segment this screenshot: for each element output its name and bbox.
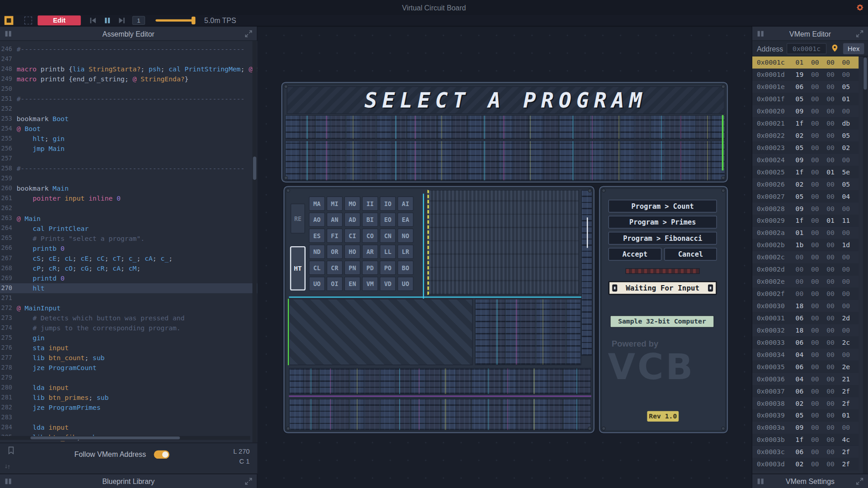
code-line-260[interactable]: 260bookmark Main: [0, 184, 257, 194]
vmem-row-0x0002e[interactable]: 0x0002e00000000: [752, 276, 859, 288]
code-line-252[interactable]: 252: [0, 104, 257, 114]
chip-mo[interactable]: MO: [344, 197, 361, 211]
program-button[interactable]: Program > Primes: [609, 216, 717, 229]
vmem-row-0x00031[interactable]: 0x000310600002d: [752, 312, 859, 324]
chip-vm[interactable]: VM: [362, 277, 378, 291]
code-line-272[interactable]: 272@ MainInput: [0, 303, 257, 313]
code-line-255[interactable]: 255 hlt; gin: [0, 134, 257, 144]
chip-re[interactable]: RE: [291, 204, 305, 234]
code-line-282[interactable]: 282 jze ProgramPrimes: [0, 403, 257, 413]
vmem-row-0x00029[interactable]: 0x000291f000111: [752, 215, 859, 227]
blueprint-library-header[interactable]: Blueprint Library: [0, 474, 257, 488]
code-line-258[interactable]: 258#------------------------------------…: [0, 164, 257, 174]
vmem-row-0x00032[interactable]: 0x0003218000000: [752, 324, 859, 337]
hex-mode-button[interactable]: Hex: [843, 43, 864, 54]
vmem-row-0x0001d[interactable]: 0x0001d19000000: [752, 69, 859, 81]
detach-panel-icon[interactable]: [855, 477, 864, 486]
vmem-row-0x0002c[interactable]: 0x0002c00000000: [752, 251, 859, 263]
code-line-261[interactable]: 261 pointer input inline 0: [0, 194, 257, 204]
pause-icon[interactable]: [103, 16, 112, 25]
chip-mi[interactable]: MI: [326, 197, 343, 211]
chip-ho[interactable]: HO: [344, 244, 361, 259]
code-line-275[interactable]: 275 gin: [0, 333, 257, 343]
vmem-row-0x00038[interactable]: 0x000380200002f: [752, 397, 859, 409]
chip-ci[interactable]: CI: [344, 229, 361, 243]
chip-po[interactable]: PO: [380, 261, 396, 275]
vmem-row-0x00027[interactable]: 0x0002705000004: [752, 190, 859, 202]
vmem-row-0x0002f[interactable]: 0x0002f00000000: [752, 288, 859, 300]
code-line-253[interactable]: 253bookmark Boot: [0, 114, 257, 124]
chip-an[interactable]: AN: [326, 212, 343, 227]
vmem-row-0x0003b[interactable]: 0x0003b1f00004c: [752, 434, 859, 446]
code-line-284[interactable]: 284 lda input: [0, 423, 257, 433]
code-line-271[interactable]: 271: [0, 293, 257, 303]
vmem-row-0x0003c[interactable]: 0x0003c0600002f: [752, 446, 859, 458]
code-line-250[interactable]: 250: [0, 84, 257, 94]
chip-co[interactable]: CO: [362, 229, 378, 243]
chip-eo[interactable]: EO: [380, 212, 396, 227]
vmem-row-0x0001f[interactable]: 0x0001f05000001: [752, 93, 859, 105]
vmem-scrollbar[interactable]: [863, 56, 868, 474]
chip-ht[interactable]: HT: [290, 246, 306, 291]
code-area[interactable]: 246#------------------------------------…: [0, 41, 257, 443]
chip-uo[interactable]: UO: [309, 277, 325, 291]
chip-oi[interactable]: OI: [326, 277, 343, 291]
code-line-283[interactable]: 283: [0, 413, 257, 422]
code-line-263[interactable]: 263@ Main: [0, 214, 257, 224]
chip-fi[interactable]: FI: [326, 229, 343, 243]
chip-ao[interactable]: AO: [309, 212, 325, 227]
code-line-248[interactable]: 248macro printb {lia StringStarta?; psh;…: [0, 64, 257, 74]
vmem-row-0x0003a[interactable]: 0x0003a09000000: [752, 422, 859, 434]
code-line-254[interactable]: 254@ Boot: [0, 124, 257, 134]
chip-bo[interactable]: BO: [397, 261, 414, 275]
code-line-276[interactable]: 276 sta input: [0, 343, 257, 353]
detach-panel-icon[interactable]: [244, 477, 253, 486]
detach-panel-icon[interactable]: [855, 29, 864, 38]
editor-horizontal-scrollbar[interactable]: [0, 436, 250, 440]
code-line-277[interactable]: 277 lib btn_count; sub: [0, 353, 257, 363]
tps-slider-handle[interactable]: [192, 17, 196, 24]
code-line-266[interactable]: 266 printb 0: [0, 244, 257, 253]
code-line-280[interactable]: 280 lda input: [0, 383, 257, 393]
vmem-row-0x00022[interactable]: 0x0002202000005: [752, 130, 859, 142]
chip-or[interactable]: OR: [326, 244, 343, 259]
code-line-278[interactable]: 278 jze ProgramCount: [0, 363, 257, 373]
chip-cr[interactable]: CR: [326, 261, 343, 275]
vmem-row-0x0001c[interactable]: 0x0001c01000000: [752, 56, 859, 69]
code-line-281[interactable]: 281 lib btn_primes; sub: [0, 393, 257, 403]
follow-vmem-toggle[interactable]: [154, 450, 169, 459]
sort-icon[interactable]: [4, 463, 11, 470]
vmem-row-0x0001e[interactable]: 0x0001e06000005: [752, 81, 859, 93]
code-line-268[interactable]: 268 cP; cR; cO; cG; cR; cA; cM;: [0, 263, 257, 273]
paste-tool-icon[interactable]: [24, 17, 32, 24]
location-pin-icon[interactable]: [830, 44, 840, 53]
code-line-279[interactable]: 279: [0, 373, 257, 383]
code-line-273[interactable]: 273 # Detects which button was pressed a…: [0, 313, 257, 323]
edit-mode-button[interactable]: Edit: [38, 15, 81, 25]
chip-lr[interactable]: LR: [397, 244, 414, 259]
vmem-row-0x00033[interactable]: 0x000330600002c: [752, 336, 859, 348]
chip-ai[interactable]: AI: [397, 197, 414, 211]
scrollbar-thumb[interactable]: [863, 57, 867, 89]
code-line-262[interactable]: 262: [0, 204, 257, 214]
vmem-row-0x00028[interactable]: 0x0002809000000: [752, 202, 859, 215]
chip-no[interactable]: NO: [397, 229, 414, 243]
cancel-button[interactable]: Cancel: [664, 248, 717, 261]
vmem-row-0x00020[interactable]: 0x0002009000000: [752, 105, 859, 117]
chip-ad[interactable]: AD: [344, 212, 361, 227]
chip-ar[interactable]: AR: [362, 244, 378, 259]
step-count-input[interactable]: 1: [132, 16, 145, 25]
vmem-row-0x0002b[interactable]: 0x0002b1b00001d: [752, 239, 859, 251]
chip-io[interactable]: IO: [380, 197, 396, 211]
editor-vertical-scrollbar[interactable]: [252, 41, 257, 443]
code-line-274[interactable]: 274 # jumps to the corresponding program…: [0, 323, 257, 333]
vmem-row-0x00039[interactable]: 0x0003905000001: [752, 409, 859, 422]
accept-button[interactable]: Accept: [609, 248, 662, 261]
address-input[interactable]: 0x0001c: [787, 43, 826, 54]
chip-pd[interactable]: PD: [362, 261, 378, 275]
vmem-settings-header[interactable]: VMem Settings: [752, 474, 868, 488]
code-line-257[interactable]: 257: [0, 154, 257, 164]
code-line-259[interactable]: 259: [0, 174, 257, 183]
chip-ea[interactable]: EA: [397, 212, 414, 227]
code-line-270[interactable]: 270 hlt: [0, 283, 257, 293]
